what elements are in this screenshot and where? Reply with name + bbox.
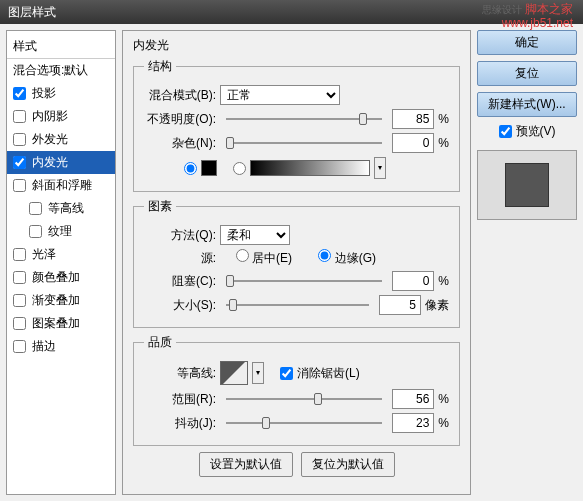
source-center[interactable]: 居中(E) bbox=[220, 249, 292, 267]
gradient-dropdown[interactable]: ▾ bbox=[374, 157, 386, 179]
sidebar-header: 样式 bbox=[7, 35, 115, 59]
sidebar-label-7: 光泽 bbox=[32, 246, 56, 263]
sidebar-checkbox-11[interactable] bbox=[13, 340, 26, 353]
panel-title: 内发光 bbox=[133, 37, 460, 54]
watermark: 思缘设计 脚本之家 www.jb51.net bbox=[482, 2, 573, 31]
size-slider[interactable] bbox=[226, 296, 369, 314]
sidebar-checkbox-6[interactable] bbox=[29, 225, 42, 238]
sidebar-label-4: 斜面和浮雕 bbox=[32, 177, 92, 194]
preview-swatch bbox=[505, 163, 549, 207]
opacity-slider[interactable] bbox=[226, 110, 382, 128]
technique-label: 方法(Q): bbox=[144, 227, 216, 244]
color-swatch[interactable] bbox=[201, 160, 217, 176]
sidebar-checkbox-8[interactable] bbox=[13, 271, 26, 284]
quality-group: 品质 等高线: ▾ 消除锯齿(L) 范围(R): % 抖动(J): % bbox=[133, 334, 460, 446]
solid-color-radio[interactable] bbox=[184, 162, 197, 175]
sidebar-item-0[interactable]: 投影 bbox=[7, 82, 115, 105]
sidebar-item-11[interactable]: 描边 bbox=[7, 335, 115, 358]
sidebar-label-9: 渐变叠加 bbox=[32, 292, 80, 309]
preview-box bbox=[477, 150, 577, 220]
range-input[interactable] bbox=[392, 389, 434, 409]
sidebar-item-4[interactable]: 斜面和浮雕 bbox=[7, 174, 115, 197]
sidebar-checkbox-2[interactable] bbox=[13, 133, 26, 146]
sidebar-item-3[interactable]: 内发光 bbox=[7, 151, 115, 174]
jitter-label: 抖动(J): bbox=[144, 415, 216, 432]
sidebar-checkbox-7[interactable] bbox=[13, 248, 26, 261]
gradient-preview[interactable] bbox=[250, 160, 370, 176]
sidebar-label-5: 等高线 bbox=[48, 200, 84, 217]
sidebar-checkbox-4[interactable] bbox=[13, 179, 26, 192]
sidebar-blending-options[interactable]: 混合选项:默认 bbox=[7, 59, 115, 82]
contour-picker[interactable] bbox=[220, 361, 248, 385]
ok-button[interactable]: 确定 bbox=[477, 30, 577, 55]
sidebar-label-3: 内发光 bbox=[32, 154, 68, 171]
size-label: 大小(S): bbox=[144, 297, 216, 314]
elements-group: 图素 方法(Q): 柔和 源: 居中(E) 边缘(G) 阻塞(C): % 大小(… bbox=[133, 198, 460, 328]
make-default-button[interactable]: 设置为默认值 bbox=[199, 452, 293, 477]
contour-dropdown[interactable]: ▾ bbox=[252, 362, 264, 384]
opacity-input[interactable] bbox=[392, 109, 434, 129]
cancel-button[interactable]: 复位 bbox=[477, 61, 577, 86]
contour-label: 等高线: bbox=[144, 365, 216, 382]
sidebar-checkbox-9[interactable] bbox=[13, 294, 26, 307]
noise-input[interactable] bbox=[392, 133, 434, 153]
opacity-label: 不透明度(O): bbox=[144, 111, 216, 128]
sidebar-item-5[interactable]: 等高线 bbox=[7, 197, 115, 220]
window-title: 图层样式 bbox=[8, 4, 56, 21]
new-style-button[interactable]: 新建样式(W)... bbox=[477, 92, 577, 117]
sidebar-item-9[interactable]: 渐变叠加 bbox=[7, 289, 115, 312]
choke-label: 阻塞(C): bbox=[144, 273, 216, 290]
source-label: 源: bbox=[144, 250, 216, 267]
sidebar-checkbox-10[interactable] bbox=[13, 317, 26, 330]
sidebar-checkbox-1[interactable] bbox=[13, 110, 26, 123]
main-panel: 内发光 结构 混合模式(B): 正常 不透明度(O): % 杂色(N): % bbox=[122, 30, 471, 495]
antialias-checkbox[interactable]: 消除锯齿(L) bbox=[280, 365, 360, 382]
range-label: 范围(R): bbox=[144, 391, 216, 408]
structure-group: 结构 混合模式(B): 正常 不透明度(O): % 杂色(N): % bbox=[133, 58, 460, 192]
sidebar-item-8[interactable]: 颜色叠加 bbox=[7, 266, 115, 289]
sidebar-item-7[interactable]: 光泽 bbox=[7, 243, 115, 266]
jitter-input[interactable] bbox=[392, 413, 434, 433]
sidebar-item-1[interactable]: 内阴影 bbox=[7, 105, 115, 128]
sidebar-checkbox-0[interactable] bbox=[13, 87, 26, 100]
sidebar-item-10[interactable]: 图案叠加 bbox=[7, 312, 115, 335]
blend-mode-label: 混合模式(B): bbox=[144, 87, 216, 104]
size-input[interactable] bbox=[379, 295, 421, 315]
range-slider[interactable] bbox=[226, 390, 382, 408]
right-column: 确定 复位 新建样式(W)... 预览(V) bbox=[477, 30, 577, 495]
sidebar-label-6: 纹理 bbox=[48, 223, 72, 240]
blend-mode-select[interactable]: 正常 bbox=[220, 85, 340, 105]
styles-sidebar: 样式 混合选项:默认 投影内阴影外发光内发光斜面和浮雕等高线纹理光泽颜色叠加渐变… bbox=[6, 30, 116, 495]
sidebar-label-0: 投影 bbox=[32, 85, 56, 102]
sidebar-label-8: 颜色叠加 bbox=[32, 269, 80, 286]
choke-input[interactable] bbox=[392, 271, 434, 291]
noise-label: 杂色(N): bbox=[144, 135, 216, 152]
sidebar-item-2[interactable]: 外发光 bbox=[7, 128, 115, 151]
sidebar-label-2: 外发光 bbox=[32, 131, 68, 148]
sidebar-label-11: 描边 bbox=[32, 338, 56, 355]
choke-slider[interactable] bbox=[226, 272, 382, 290]
technique-select[interactable]: 柔和 bbox=[220, 225, 290, 245]
gradient-radio[interactable] bbox=[233, 162, 246, 175]
content: 样式 混合选项:默认 投影内阴影外发光内发光斜面和浮雕等高线纹理光泽颜色叠加渐变… bbox=[0, 24, 583, 501]
sidebar-label-1: 内阴影 bbox=[32, 108, 68, 125]
sidebar-checkbox-5[interactable] bbox=[29, 202, 42, 215]
sidebar-checkbox-3[interactable] bbox=[13, 156, 26, 169]
jitter-slider[interactable] bbox=[226, 414, 382, 432]
noise-slider[interactable] bbox=[226, 134, 382, 152]
source-edge[interactable]: 边缘(G) bbox=[304, 249, 376, 267]
sidebar-label-10: 图案叠加 bbox=[32, 315, 80, 332]
sidebar-item-6[interactable]: 纹理 bbox=[7, 220, 115, 243]
preview-checkbox[interactable]: 预览(V) bbox=[477, 123, 577, 140]
reset-default-button[interactable]: 复位为默认值 bbox=[301, 452, 395, 477]
